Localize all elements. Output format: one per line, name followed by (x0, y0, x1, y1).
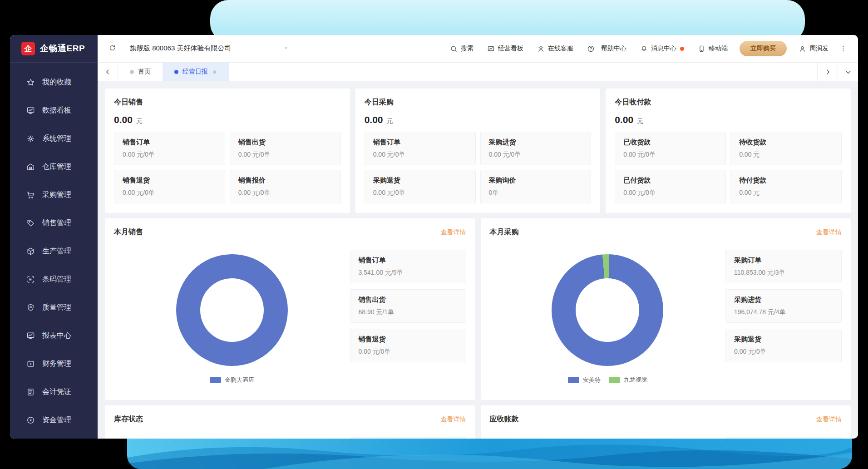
stat-box-purchase-order[interactable]: 采购订单 110,853.00 元/3单 (725, 250, 842, 283)
card-title: 今日收付款 (615, 98, 842, 107)
user-menu[interactable]: 周润发 (799, 44, 829, 53)
stat-box-purchase-return[interactable]: 采购退货 0.00 元/0单 (365, 170, 476, 203)
sidebar-item-data-board[interactable]: 数据看板 (10, 96, 98, 124)
sidebar-item-production[interactable]: 生产管理 (10, 237, 98, 265)
stat-label: 已收货款 (623, 138, 717, 147)
stat-box-sales-shipment[interactable]: 销售出货 0.00 元/0单 (230, 132, 341, 165)
stat-box-to-pay[interactable]: 待付货款 0.00 元 (730, 170, 842, 203)
refresh-icon[interactable] (108, 44, 116, 54)
stat-box-sales-shipment[interactable]: 销售出货 68.90 元/1单 (350, 289, 466, 323)
notification-dot (680, 47, 684, 51)
card-title: 今日销售 (114, 98, 341, 107)
tabs-scroll-left-button[interactable] (98, 63, 118, 81)
stat-label: 采购进货 (734, 296, 833, 304)
sidebar-item-label: 我的收藏 (42, 78, 71, 87)
stat-box-sales-quote[interactable]: 销售报价 0.00 元/0单 (230, 170, 341, 203)
question-circle-icon (587, 45, 595, 53)
search-icon (450, 45, 458, 53)
top-nav: 搜索 经营看板 在线客服 帮助中心 (450, 44, 728, 53)
stat-value: 0.00 元/0单 (123, 189, 217, 197)
stat-box-purchase-in[interactable]: 采购进货 196,074.78 元/4单 (725, 289, 842, 323)
sidebar-item-label: 仓库管理 (42, 162, 71, 172)
sidebar-item-system[interactable]: 系统管理 (10, 124, 98, 153)
sidebar-item-label: 质量管理 (42, 303, 71, 312)
customer-service-icon (537, 45, 545, 53)
nav-message-center[interactable]: 消息中心 (640, 44, 684, 53)
stat-value: 0.00 元/0单 (373, 151, 467, 159)
nav-help-center[interactable]: 帮助中心 (587, 44, 626, 53)
stat-label: 待收货款 (739, 138, 833, 147)
stat-box-purchase-inquiry[interactable]: 采购询价 0单 (480, 170, 592, 203)
decorative-bottom-wave (127, 437, 852, 469)
view-details-link[interactable]: 查看详情 (816, 228, 842, 237)
svg-text:¥: ¥ (30, 362, 32, 366)
sidebar-item-finance[interactable]: ¥ 财务管理 (10, 350, 98, 378)
stat-label: 已付货款 (623, 176, 717, 185)
sidebar-item-label: 采购管理 (42, 190, 71, 200)
tag-icon (26, 219, 35, 227)
currency-unit: 元 (136, 117, 143, 125)
sidebar-item-barcode[interactable]: 条码管理 (10, 265, 98, 293)
tabs-scroll-right-button[interactable] (817, 63, 838, 81)
stat-box-sales-order[interactable]: 销售订单 3,541.00 元/5单 (350, 250, 466, 283)
sidebar-item-voucher[interactable]: 会计凭证 (10, 378, 98, 406)
card-title: 本月销售 (114, 227, 143, 237)
tabs-dropdown-button[interactable] (838, 63, 858, 81)
sidebar-item-purchase[interactable]: 采购管理 (10, 181, 98, 209)
stat-box-sales-order[interactable]: 销售订单 0.00 元/0单 (365, 132, 476, 165)
chevron-down-icon (844, 68, 852, 76)
legend-item[interactable]: 金鹏大酒店 (210, 376, 254, 384)
tab-home[interactable]: 首页 (118, 63, 163, 81)
nav-search[interactable]: 搜索 (450, 44, 473, 53)
stat-box-sales-order[interactable]: 销售订单 0.00 元/0单 (114, 132, 225, 165)
username: 周润发 (809, 44, 829, 53)
nav-mobile[interactable]: 移动端 (698, 44, 728, 53)
stat-box-purchase-return[interactable]: 采购退货 0.00 元/0单 (725, 329, 842, 362)
stat-box-sales-return[interactable]: 销售退货 0.00 元/0单 (350, 329, 466, 362)
sidebar-item-quality[interactable]: 质量管理 (10, 293, 98, 321)
stat-box-to-receive[interactable]: 待收货款 0.00 元 (730, 132, 842, 165)
stat-value: 0.00 元/0单 (623, 189, 717, 197)
legend-label: 九龙视觉 (624, 376, 647, 384)
sidebar-item-warehouse[interactable]: 仓库管理 (10, 153, 98, 181)
today-payment-amount: 0.00 (615, 114, 633, 125)
chevron-right-icon (824, 68, 832, 76)
stat-box-purchase-in[interactable]: 采购进货 0.00 元/0单 (480, 132, 592, 165)
stat-label: 采购退货 (373, 176, 467, 185)
buy-now-button[interactable]: 立即购买 (740, 41, 787, 56)
stat-box[interactable] (350, 437, 466, 439)
close-tab-icon[interactable] (212, 69, 217, 74)
view-details-link[interactable]: 查看详情 (816, 415, 842, 424)
sidebar-item-label: 资金管理 (42, 415, 71, 425)
stat-box[interactable] (725, 437, 842, 439)
stat-label: 销售出货 (359, 296, 458, 304)
view-details-link[interactable]: 查看详情 (441, 228, 466, 237)
stat-label: 销售订单 (373, 138, 467, 147)
sidebar-item-reports[interactable]: 报表中心 (10, 321, 98, 350)
more-menu-icon[interactable] (839, 45, 847, 53)
chart-legend: 安美特 九龙视觉 (568, 376, 647, 384)
nav-online-service[interactable]: 在线客服 (537, 44, 573, 53)
stat-value: 0单 (489, 189, 583, 197)
card-title: 今日采购 (365, 98, 592, 107)
sidebar-item-favorites[interactable]: 我的收藏 (10, 68, 98, 96)
wave-graphic (127, 437, 852, 469)
company-name: 旗舰版 800063 美好体验有限公司 (130, 44, 231, 53)
legend-item[interactable]: 九龙视觉 (609, 376, 647, 384)
tab-business-daily[interactable]: 经营日报 (163, 63, 229, 81)
today-payment-card: 今日收付款 0.00 元 已收货款 0.00 元/0单 待收货款 (606, 89, 851, 213)
legend-swatch (568, 377, 579, 383)
sidebar-item-sales[interactable]: 销售管理 (10, 209, 98, 237)
stat-box-sales-return[interactable]: 销售退货 0.00 元/0单 (114, 170, 225, 203)
legend-item[interactable]: 安美特 (568, 376, 601, 384)
view-details-link[interactable]: 查看详情 (441, 415, 466, 424)
sidebar-item-funds[interactable]: ¥ 资金管理 (10, 406, 98, 434)
nav-business-kanban[interactable]: 经营看板 (487, 44, 523, 53)
company-selector[interactable]: 旗舰版 800063 美好体验有限公司 (128, 40, 291, 57)
stat-value: 0.00 元/0单 (238, 151, 332, 159)
stat-box-paid[interactable]: 已付货款 0.00 元/0单 (615, 170, 726, 203)
card-title: 库存状态 (114, 415, 143, 424)
nav-label: 移动端 (709, 44, 728, 53)
stat-box-received[interactable]: 已收货款 0.00 元/0单 (615, 132, 726, 165)
stat-value: 3,541.00 元/5单 (359, 269, 458, 277)
